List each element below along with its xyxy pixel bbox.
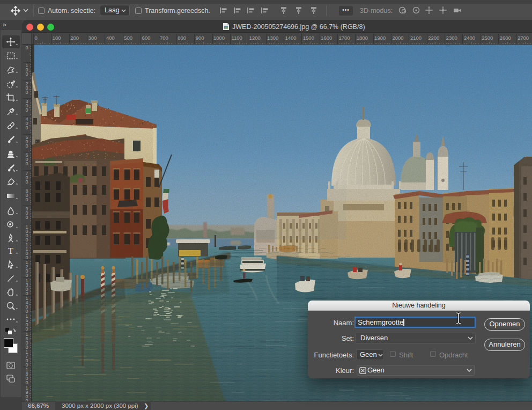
svg-text:T: T: [8, 246, 13, 255]
